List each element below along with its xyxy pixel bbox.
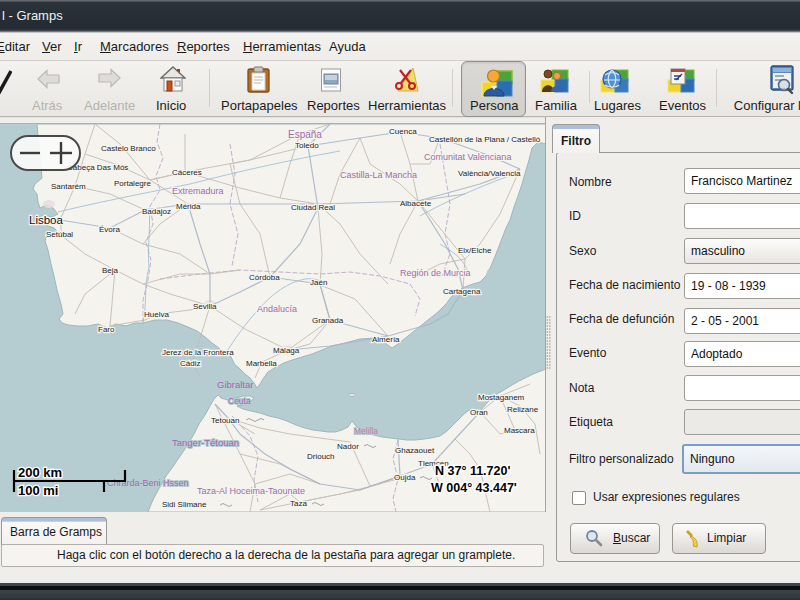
svg-text:Taza-Al Hoceima-Taounate: Taza-Al Hoceima-Taounate	[197, 486, 305, 496]
svg-text:València/Valencia: València/Valencia	[458, 169, 521, 178]
svg-text:Tetouan: Tetouan	[211, 416, 239, 425]
svg-text:N 37° 11.720': N 37° 11.720'	[435, 464, 510, 478]
svg-text:Albacete: Albacete	[400, 199, 432, 208]
svg-text:Marbella: Marbella	[246, 359, 277, 368]
svg-text:Santarém: Santarém	[51, 182, 86, 191]
svg-text:Portalegre: Portalegre	[114, 179, 151, 188]
svg-text:Almería: Almería	[372, 335, 400, 344]
svg-text:Mascara: Mascara	[504, 426, 535, 435]
svg-text:Cáceres: Cáceres	[172, 168, 202, 177]
svg-text:Córdoba: Córdoba	[249, 273, 280, 282]
svg-text:100 mi: 100 mi	[18, 483, 58, 498]
svg-text:Ciudad Real: Ciudad Real	[291, 203, 335, 212]
svg-text:Relizane: Relizane	[507, 405, 539, 414]
svg-text:Melilla: Melilla	[354, 426, 378, 436]
svg-text:Mostaganem: Mostaganem	[478, 393, 525, 402]
svg-text:Elx/Elche: Elx/Elche	[458, 246, 492, 255]
svg-text:Évora: Évora	[99, 225, 120, 234]
svg-text:Extremadura: Extremadura	[172, 186, 224, 196]
svg-text:Región de Murcia: Región de Murcia	[400, 268, 471, 278]
svg-text:Comunitat Valenciana: Comunitat Valenciana	[424, 152, 511, 162]
svg-text:Chrarda-Beni Hssen: Chrarda-Beni Hssen	[107, 478, 189, 488]
svg-text:Toledo: Toledo	[295, 141, 319, 150]
svg-text:España: España	[288, 129, 322, 140]
svg-text:Jaén: Jaén	[310, 278, 327, 287]
svg-text:Granada: Granada	[312, 316, 344, 325]
svg-text:Mérida: Mérida	[176, 202, 201, 211]
svg-text:Tanger-Tétouan: Tanger-Tétouan	[172, 437, 239, 448]
svg-text:Sevilla: Sevilla	[193, 302, 217, 311]
svg-text:Ceuta: Ceuta	[228, 396, 251, 406]
svg-text:Oran: Oran	[470, 408, 488, 417]
svg-text:Málaga: Málaga	[273, 346, 300, 355]
svg-text:Oujda: Oujda	[394, 473, 416, 482]
svg-text:Ghazaouet: Ghazaouet	[395, 446, 435, 455]
svg-text:Cartagena: Cartagena	[443, 287, 481, 296]
svg-text:Castilla-La Mancha: Castilla-La Mancha	[340, 170, 417, 180]
svg-text:Jerez de la Frontera: Jerez de la Frontera	[162, 348, 234, 357]
svg-text:200 km: 200 km	[18, 465, 62, 480]
svg-text:Beja: Beja	[102, 266, 119, 275]
svg-text:Castellón de la Plana / Castel: Castellón de la Plana / Castelló	[429, 135, 541, 144]
svg-text:Gibraltar: Gibraltar	[217, 379, 253, 390]
svg-text:Setúbal: Setúbal	[46, 230, 73, 239]
svg-text:Cuenca: Cuenca	[389, 127, 417, 136]
svg-text:Huelva: Huelva	[144, 310, 169, 319]
svg-text:Nador: Nador	[337, 442, 359, 451]
svg-text:Lisboa: Lisboa	[29, 214, 63, 226]
svg-text:Andalucía: Andalucía	[257, 304, 297, 314]
svg-text:Faro: Faro	[98, 325, 115, 334]
svg-text:Taza: Taza	[290, 499, 307, 508]
svg-text:Cádiz: Cádiz	[180, 359, 200, 368]
svg-text:Sidi Slimane: Sidi Slimane	[162, 500, 207, 509]
svg-text:W 004° 43.447': W 004° 43.447'	[431, 481, 517, 495]
svg-text:Badajoz: Badajoz	[142, 207, 171, 216]
svg-text:Castelo Branco: Castelo Branco	[101, 144, 156, 153]
svg-text:Driouch: Driouch	[307, 452, 335, 461]
